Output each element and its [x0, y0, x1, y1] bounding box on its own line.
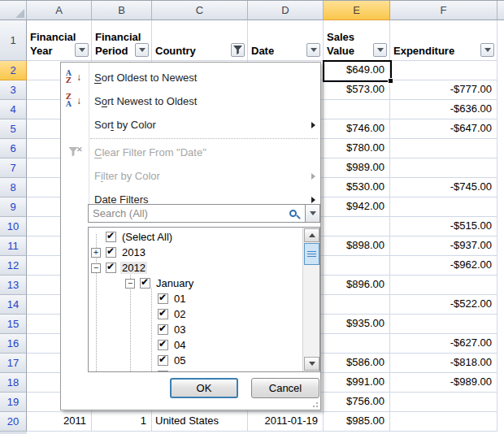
sales-value-filter-dropdown-button[interactable]	[373, 43, 387, 57]
column-header-A[interactable]: A	[27, 1, 92, 20]
row-header-10[interactable]: 10	[0, 217, 27, 237]
ok-button[interactable]: OK	[170, 378, 238, 398]
cell-E9[interactable]: $942.00	[324, 197, 390, 217]
row-header-1[interactable]: 1	[0, 20, 27, 61]
tree-item-partial[interactable]	[89, 368, 302, 372]
cell-F6[interactable]	[390, 139, 497, 158]
cell-F19[interactable]	[390, 393, 497, 412]
cell-F20[interactable]	[390, 412, 497, 432]
period-filter-dropdown-button[interactable]	[135, 43, 149, 57]
checkbox-checked-icon[interactable]	[158, 293, 168, 304]
checkbox-checked-icon[interactable]	[106, 247, 116, 258]
cell-E11[interactable]: $898.00	[324, 237, 390, 256]
cell-F7[interactable]	[390, 158, 497, 178]
row-header-14[interactable]: 14	[0, 295, 27, 315]
scrollbar-thumb[interactable]	[304, 243, 319, 265]
row-header-18[interactable]: 18	[0, 373, 27, 393]
header-cell-expenditure[interactable]: Expenditure	[390, 20, 497, 61]
cell-F17[interactable]: -$818.00	[390, 354, 497, 373]
tree-item-03[interactable]: 03	[89, 322, 302, 337]
row-header-7[interactable]: 7	[0, 158, 27, 178]
checkbox-checked-icon[interactable]	[106, 232, 116, 242]
cell-E7[interactable]: $989.00	[324, 158, 390, 178]
expand-plus-icon[interactable]: +	[91, 248, 101, 258]
checkbox-checked-icon[interactable]	[158, 309, 168, 319]
cell-E6[interactable]: $780.00	[324, 139, 390, 158]
cell-F15[interactable]	[390, 315, 497, 334]
cell-E13[interactable]: $896.00	[324, 276, 390, 295]
column-header-F[interactable]: F	[390, 1, 497, 20]
checkbox-checked-icon[interactable]	[158, 355, 168, 366]
country-filter-applied-button[interactable]	[231, 43, 245, 57]
tree-item-01[interactable]: 01	[89, 291, 302, 306]
checkbox-checked-icon[interactable]	[158, 340, 168, 350]
cell-F11[interactable]: -$937.00	[390, 237, 497, 256]
cell-A20[interactable]: 2011	[27, 412, 92, 432]
row-header-9[interactable]: 9	[0, 197, 27, 217]
header-cell-financial-year[interactable]: Financial Year	[27, 20, 92, 61]
cell-F12[interactable]: -$962.00	[390, 256, 497, 276]
row-header-15[interactable]: 15	[0, 315, 27, 334]
menu-resize-grip[interactable]	[310, 399, 318, 407]
row-header-17[interactable]: 17	[0, 354, 27, 373]
header-cell-financial-period[interactable]: Financial Period	[92, 20, 152, 61]
column-header-B[interactable]: B	[92, 1, 152, 20]
tree-item-02[interactable]: 02	[89, 306, 302, 322]
tree-item-05[interactable]: 05	[89, 353, 302, 368]
header-cell-date[interactable]: Date	[248, 20, 324, 61]
cell-E14[interactable]	[324, 295, 390, 315]
tree-item-(Select All)[interactable]: (Select All)	[89, 229, 302, 245]
cell-D20[interactable]: 2011-01-19	[248, 412, 324, 432]
row-header-4[interactable]: 4	[0, 100, 27, 119]
cell-E8[interactable]: $530.00	[324, 178, 390, 197]
row-header-2[interactable]: 2	[0, 61, 27, 80]
cell-F8[interactable]: -$745.00	[390, 178, 497, 197]
cell-E17[interactable]: $586.00	[324, 354, 390, 373]
tree-item-04[interactable]: 04	[89, 337, 302, 353]
cell-F2[interactable]	[390, 61, 497, 80]
cancel-button[interactable]: Cancel	[251, 378, 319, 398]
scroll-up-button[interactable]	[304, 228, 319, 242]
cell-E20[interactable]: $985.00	[324, 412, 390, 432]
cell-F5[interactable]: -$647.00	[390, 119, 497, 139]
menu-item-sort-by-color[interactable]: Sort by Color	[61, 113, 320, 137]
cell-E15[interactable]: $935.00	[324, 315, 390, 334]
cell-F18[interactable]: -$989.00	[390, 373, 497, 393]
cell-F10[interactable]: -$515.00	[390, 217, 497, 237]
menu-item-sort-oldest-to-newest[interactable]: AZ↓ Sort Oldest to Newest	[61, 66, 320, 89]
tree-item-January[interactable]: −January	[89, 276, 302, 291]
cell-E5[interactable]: $746.00	[324, 119, 390, 139]
collapse-minus-icon[interactable]: −	[125, 279, 135, 289]
column-header-C[interactable]: C	[152, 1, 248, 20]
row-header-8[interactable]: 8	[0, 178, 27, 197]
cell-E10[interactable]	[324, 217, 390, 237]
row-header-3[interactable]: 3	[0, 80, 27, 100]
checkbox-checked-icon[interactable]	[140, 278, 150, 289]
checkbox-checked-icon[interactable]	[158, 324, 168, 335]
cell-F13[interactable]	[390, 276, 497, 295]
cell-B20[interactable]: 1	[92, 412, 152, 432]
tree-item-2012[interactable]: −2012	[89, 260, 302, 276]
header-cell-sales-value[interactable]: Sales Value	[324, 20, 390, 61]
cell-E3[interactable]: $573.00	[324, 80, 390, 100]
cell-E19[interactable]: $756.00	[324, 393, 390, 412]
cell-F9[interactable]	[390, 197, 497, 217]
row-header-5[interactable]: 5	[0, 119, 27, 139]
cell-E12[interactable]	[324, 256, 390, 276]
row-header-11[interactable]: 11	[0, 237, 27, 256]
cell-F4[interactable]: -$636.00	[390, 100, 497, 119]
tree-item-2013[interactable]: +2013	[89, 245, 302, 260]
cell-E18[interactable]: $991.00	[324, 373, 390, 393]
header-cell-country[interactable]: Country	[152, 20, 248, 61]
select-all-corner[interactable]	[0, 1, 27, 20]
cell-F16[interactable]: -$627.00	[390, 334, 497, 354]
cell-E16[interactable]	[324, 334, 390, 354]
collapse-minus-icon[interactable]: −	[91, 263, 101, 273]
row-header-20[interactable]: 20	[0, 412, 27, 432]
menu-item-sort-newest-to-oldest[interactable]: ZA↓ Sort Newest to Oldest	[61, 89, 320, 113]
row-header-16[interactable]: 16	[0, 334, 27, 354]
cell-F14[interactable]: -$522.00	[390, 295, 497, 315]
year-filter-dropdown-button[interactable]	[75, 43, 89, 57]
cell-F3[interactable]: -$777.00	[390, 80, 497, 100]
row-header-6[interactable]: 6	[0, 139, 27, 158]
